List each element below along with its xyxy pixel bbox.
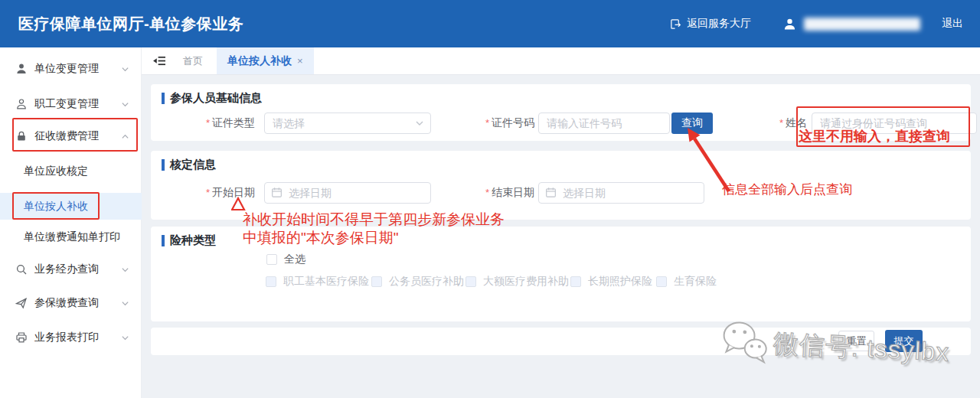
- section-accent-bar: [162, 235, 165, 246]
- sidebar-subitem-label: 单位缴费通知单打印: [24, 230, 120, 244]
- sidebar-item-insured-payment-query[interactable]: 参保缴费查询: [0, 295, 142, 312]
- query-button[interactable]: 查询: [671, 113, 713, 134]
- sidebar-item-label: 业务经办查询: [34, 263, 99, 276]
- tab-label: 单位按人补收: [227, 54, 292, 68]
- app-window: 医疗保障单位网厅-单位参保业务 返回服务大厅 退出: [0, 0, 980, 398]
- checkbox-icon: [266, 276, 276, 287]
- checkbox-icon: [266, 254, 277, 265]
- select-all-label: 全选: [284, 253, 305, 266]
- cert-no-input[interactable]: [538, 113, 670, 134]
- checkbox-icon: [466, 276, 476, 287]
- sidebar-item-report-print[interactable]: 业务报表打印: [0, 329, 142, 346]
- logout-button[interactable]: 退出: [942, 17, 963, 31]
- section-title: 险种类型: [170, 233, 216, 248]
- return-hall-link[interactable]: 返回服务大厅: [670, 17, 751, 31]
- chevron-up-icon: [121, 132, 129, 141]
- sidebar-subitem-unit-receivable[interactable]: 单位应收核定: [0, 163, 142, 180]
- sidebar-item-label: 职工变更管理: [34, 97, 99, 111]
- checkbox-maternity[interactable]: 生育保险: [656, 275, 717, 289]
- tab-bar: 首页 单位按人补收 ×: [142, 47, 980, 75]
- tab-home[interactable]: 首页: [183, 54, 203, 68]
- sidebar-item-label: 参保缴费查询: [34, 296, 99, 310]
- chevron-down-icon: [121, 100, 129, 109]
- end-date-label: *结束日期: [485, 186, 534, 200]
- user-filled-icon: [15, 63, 28, 75]
- chevron-down-icon: [121, 299, 129, 308]
- section-insurance-type: 险种类型 全选 职工基本医疗保险 公务员医疗补助 大额医疗费用补助 长期照护保险: [151, 227, 971, 321]
- submit-button[interactable]: 提交: [885, 330, 923, 352]
- chevron-down-icon: [121, 65, 129, 73]
- sidebar-item-levy-payment[interactable]: 征收缴费管理: [0, 128, 142, 145]
- sidebar: 单位变更管理 职工变更管理 征收缴费管理 单位应收核定 单位按人补收 单位缴费: [0, 47, 142, 398]
- page-title: 医疗保障单位网厅-单位参保业务: [18, 14, 243, 34]
- sidebar-item-business-query[interactable]: 业务经办查询: [0, 261, 142, 278]
- collapse-menu-icon[interactable]: [153, 55, 166, 67]
- sidebar-subitem-label: 单位应收核定: [24, 165, 88, 178]
- return-doc-icon: [670, 18, 681, 30]
- start-date-label: *开始日期: [151, 186, 255, 200]
- select-all-checkbox[interactable]: 全选: [266, 253, 305, 266]
- form-footer: 重置 提交: [151, 328, 971, 355]
- lock-icon: [15, 130, 28, 142]
- cert-no-label: *证件号码: [485, 116, 534, 130]
- app-header: 医疗保障单位网厅-单位参保业务 返回服务大厅 退出: [0, 0, 980, 47]
- cert-type-select[interactable]: [264, 113, 431, 134]
- section-accent-bar: [162, 93, 165, 104]
- tab-unit-supplement[interactable]: 单位按人补收 ×: [217, 47, 314, 74]
- user-icon: [783, 18, 796, 31]
- end-date-input[interactable]: [538, 182, 704, 204]
- section-title: 核定信息: [170, 158, 216, 172]
- sidebar-subitem-payment-notice-print[interactable]: 单位缴费通知单打印: [0, 229, 142, 246]
- sidebar-subitem-label: 单位按人补收: [24, 200, 88, 214]
- checkbox-longterm-care[interactable]: 长期照护保险: [570, 275, 652, 289]
- checkbox-icon: [371, 276, 382, 287]
- tab-close-icon[interactable]: ×: [297, 55, 303, 67]
- username-blurred: [804, 18, 920, 31]
- section-accent-bar: [162, 159, 165, 171]
- checkbox-basic-medical[interactable]: 职工基本医疗保险: [266, 275, 369, 289]
- return-hall-label: 返回服务大厅: [687, 17, 751, 31]
- section-verify-info: 核定信息 *开始日期 *结束日期: [151, 151, 971, 220]
- user-outline-icon: [15, 98, 28, 110]
- name-label: *姓名: [767, 116, 807, 130]
- sidebar-item-label: 征收缴费管理: [34, 129, 99, 143]
- printer-icon: [15, 331, 28, 344]
- reset-button[interactable]: 重置: [838, 331, 874, 351]
- sidebar-item-label: 业务报表打印: [34, 331, 99, 344]
- checkbox-icon: [570, 276, 581, 287]
- checkbox-icon: [656, 276, 667, 287]
- name-input[interactable]: [812, 113, 977, 134]
- checkbox-large-medical[interactable]: 大额医疗费用补助: [466, 275, 569, 289]
- sidebar-subitem-unit-supplement-active[interactable]: 单位按人补收: [0, 193, 142, 220]
- chevron-down-icon: [121, 334, 129, 342]
- start-date-input[interactable]: [264, 182, 431, 204]
- sidebar-item-unit-change[interactable]: 单位变更管理: [0, 60, 142, 77]
- checkbox-civil-servant[interactable]: 公务员医疗补助: [371, 275, 464, 289]
- sidebar-item-label: 单位变更管理: [34, 62, 99, 76]
- section-title: 参保人员基础信息: [170, 91, 262, 106]
- main-content: 首页 单位按人补收 × 参保人员基础信息 *证件类型 *证件号码: [142, 47, 980, 398]
- section-basic-info: 参保人员基础信息 *证件类型 *证件号码 查询 *姓名: [151, 84, 971, 141]
- sidebar-item-staff-change[interactable]: 职工变更管理: [0, 96, 142, 113]
- search-icon: [15, 263, 28, 276]
- cert-type-label: *证件类型: [151, 116, 255, 130]
- chevron-down-icon: [121, 266, 129, 274]
- send-icon: [15, 297, 28, 309]
